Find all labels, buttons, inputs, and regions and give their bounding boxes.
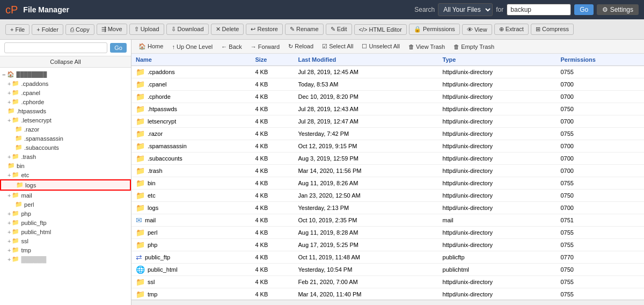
tree-item-ssl[interactable]: + 📁 ssl <box>0 236 131 245</box>
file-name[interactable]: 📁 .spamassassin <box>131 140 251 152</box>
settings-button[interactable]: ⚙ Settings <box>597 4 639 15</box>
view-button[interactable]: 👁 View <box>462 24 492 35</box>
table-row[interactable]: 📁 ssl 4 KB Feb 21, 2020, 7:00 AM httpd/u… <box>131 276 644 288</box>
view-trash-button[interactable]: 🗑 View Trash <box>406 42 448 51</box>
restore-button[interactable]: ↩ Restore <box>246 24 283 35</box>
tree-item-bin[interactable]: 📁 bin <box>0 161 131 170</box>
file-name[interactable]: 📁 ssl <box>131 276 251 288</box>
file-size: 4 KB <box>251 103 294 115</box>
search-input[interactable] <box>507 4 571 16</box>
file-name[interactable]: 📁 etc <box>131 190 251 202</box>
tree-item-public-html[interactable]: + 📁 public_html <box>0 227 131 236</box>
file-name[interactable]: 📁 .htpasswds <box>131 103 251 115</box>
up-level-button[interactable]: ↑ Up One Level <box>169 42 215 51</box>
table-row[interactable]: 📁 .subaccounts 4 KB Aug 3, 2019, 12:59 P… <box>131 152 644 165</box>
table-row[interactable]: 📁 etc 4 KB Jan 23, 2020, 12:50 AM httpd/… <box>131 190 644 202</box>
upload-button[interactable]: ⇧ Upload <box>129 24 164 35</box>
table-row[interactable]: 📁 .cpaddons 4 KB Jul 28, 2019, 12:45 AM … <box>131 66 644 78</box>
download-button[interactable]: ⇩ Download <box>166 24 209 35</box>
tree-item-htpasswds[interactable]: 📁 .htpasswds <box>0 106 131 115</box>
file-size: 4 KB <box>251 190 294 202</box>
table-row[interactable]: 📁 logs 4 KB Yesterday, 2:13 PM httpd/uni… <box>131 202 644 214</box>
table-row[interactable]: 📁 .trash 4 KB Mar 14, 2020, 11:56 PM htt… <box>131 165 644 177</box>
table-row[interactable]: 📁 letsencrypt 4 KB Jul 28, 2019, 12:47 A… <box>131 115 644 128</box>
table-row[interactable]: 📁 tmp 4 KB Mar 14, 2020, 11:40 PM httpd/… <box>131 288 644 300</box>
reload-button[interactable]: ↻ Reload <box>286 42 316 51</box>
compress-button[interactable]: ⊞ Compress <box>531 24 574 35</box>
copy-button[interactable]: ⎙ Copy <box>65 24 94 35</box>
go-path-button[interactable]: Go <box>110 43 127 53</box>
empty-trash-button[interactable]: 🗑 Empty Trash <box>451 42 497 51</box>
home-nav-button[interactable]: 🏠 Home <box>136 42 166 51</box>
file-name[interactable]: 📁 .razor <box>131 128 251 140</box>
tree-item-php[interactable]: + 📁 php <box>0 209 131 218</box>
file-name[interactable]: 📁 tmp <box>131 288 251 300</box>
file-name[interactable]: 📁 .cphorde <box>131 91 251 103</box>
file-name[interactable]: ✉ mail <box>131 214 251 227</box>
file-name[interactable]: 📁 letsencrypt <box>131 115 251 128</box>
file-name[interactable]: 📁 .trash <box>131 165 251 177</box>
tree-item-letsencrypt[interactable]: + 📁 .letsencrypt <box>0 115 131 125</box>
table-row[interactable]: 📁 perl 4 KB Aug 11, 2019, 8:28 AM httpd/… <box>131 227 644 239</box>
file-name[interactable]: 📁 .cpaddons <box>131 66 251 78</box>
file-name[interactable]: 📁 php <box>131 239 251 251</box>
bottom-scrollbar[interactable] <box>131 300 644 305</box>
table-row[interactable]: 🌐 public_html 4 KB Yesterday, 10:54 PM p… <box>131 264 644 276</box>
file-name[interactable]: 📁 .cpanel <box>131 78 251 91</box>
file-name[interactable]: 📁 logs <box>131 202 251 214</box>
table-row[interactable]: 📁 .cpanel 4 KB Today, 8:53 AM httpd/unix… <box>131 78 644 91</box>
tree-item-cpanel[interactable]: + 📁 .cpanel <box>0 88 131 97</box>
delete-button[interactable]: ✕ Delete <box>211 24 244 35</box>
file-name[interactable]: 📁 .subaccounts <box>131 152 251 165</box>
tree-item-perl[interactable]: 📁 perl <box>0 200 131 209</box>
extract-button[interactable]: ⊕ Extract <box>494 24 529 35</box>
tree-item-blurred[interactable]: + 📁 ██████ <box>0 255 131 264</box>
tree-item-trash[interactable]: + 📁 .trash <box>0 152 131 161</box>
rename-button[interactable]: ✎ Rename <box>285 24 324 35</box>
file-name[interactable]: 📁 bin <box>131 177 251 190</box>
back-button[interactable]: ← Back <box>218 42 245 51</box>
edit-button[interactable]: ✎ Edit <box>326 24 352 35</box>
go-search-button[interactable]: Go <box>574 4 594 15</box>
table-row[interactable]: 📁 .spamassassin 4 KB Oct 12, 2019, 9:15 … <box>131 140 644 152</box>
tree-item-cpaddons[interactable]: + 📁 .cpaddons <box>0 79 131 88</box>
tree-item-logs[interactable]: 📁 logs <box>0 179 131 191</box>
file-name[interactable]: 📁 perl <box>131 227 251 239</box>
search-select[interactable]: All Your Files <box>438 3 493 16</box>
permissions-button[interactable]: 🔒 Permissions <box>409 24 460 35</box>
col-name[interactable]: Name <box>131 54 251 66</box>
tree-item-spamassassin[interactable]: 📁 .spamassassin <box>0 134 131 143</box>
col-type[interactable]: Type <box>438 54 557 66</box>
html-editor-button[interactable]: </> HTML Editor <box>354 24 407 35</box>
file-size: 4 KB <box>251 276 294 288</box>
table-row[interactable]: 📁 php 4 KB Aug 17, 2019, 5:25 PM httpd/u… <box>131 239 644 251</box>
collapse-all-button[interactable]: Collapse All <box>0 56 131 68</box>
new-folder-button[interactable]: + Folder <box>32 24 63 35</box>
new-file-button[interactable]: + File <box>5 24 30 35</box>
table-row[interactable]: 📁 bin 4 KB Aug 11, 2019, 8:26 AM httpd/u… <box>131 177 644 190</box>
file-name[interactable]: 🌐 public_html <box>131 264 251 276</box>
table-row[interactable]: 📁 .razor 4 KB Yesterday, 7:42 PM httpd/u… <box>131 128 644 140</box>
table-row[interactable]: ✉ mail 4 KB Oct 10, 2019, 2:35 PM mail 0… <box>131 214 644 227</box>
tree-item-home[interactable]: − 🏠 ████████ <box>0 70 131 79</box>
tree-item-cphorde[interactable]: + 📁 .cphorde <box>0 97 131 106</box>
file-name[interactable]: ⇄ public_ftp <box>131 251 251 264</box>
table-row[interactable]: ⇄ public_ftp 4 KB Oct 11, 2019, 11:48 AM… <box>131 251 644 264</box>
table-row[interactable]: 📁 .htpasswds 4 KB Jul 28, 2019, 12:43 AM… <box>131 103 644 115</box>
table-row[interactable]: 📁 .cphorde 4 KB Dec 10, 2019, 8:20 PM ht… <box>131 91 644 103</box>
folder-icon-phtml: 📁 <box>12 228 19 235</box>
col-modified[interactable]: Last Modified <box>294 54 438 66</box>
col-size[interactable]: Size <box>251 54 294 66</box>
col-perms[interactable]: Permissions <box>556 54 644 66</box>
tree-item-razor[interactable]: 📁 .razor <box>0 125 131 134</box>
path-input[interactable] <box>4 42 107 53</box>
tree-item-mail[interactable]: + 📁 mail <box>0 191 131 200</box>
forward-button[interactable]: → Forward <box>248 42 282 51</box>
tree-item-etc[interactable]: + 📁 etc <box>0 170 131 179</box>
tree-item-public-ftp[interactable]: + 📁 public_ftp <box>0 218 131 227</box>
tree-item-subaccounts[interactable]: 📁 .subaccounts <box>0 143 131 152</box>
select-all-button[interactable]: ☑ Select All <box>319 42 356 51</box>
tree-item-tmp[interactable]: + 📁 tmp <box>0 245 131 255</box>
unselect-all-button[interactable]: ☐ Unselect All <box>359 42 402 51</box>
move-button[interactable]: ⇶ Move <box>97 24 127 35</box>
